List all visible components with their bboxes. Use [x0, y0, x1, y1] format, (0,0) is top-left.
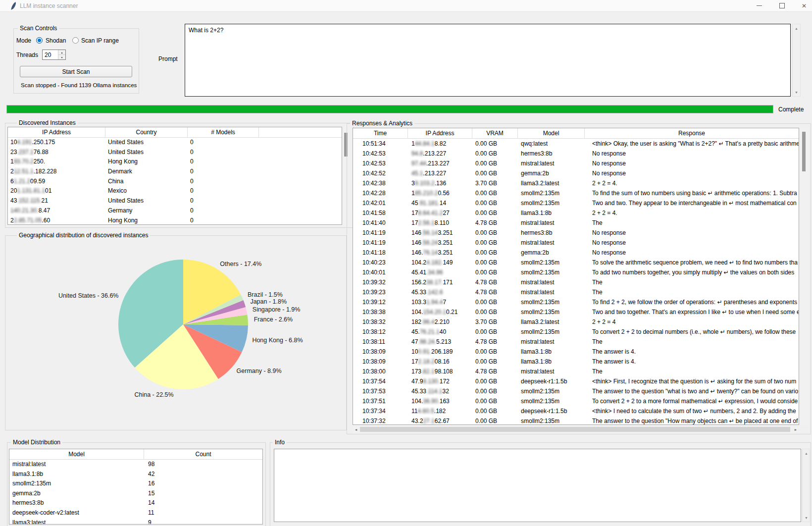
- response-row[interactable]: 10:38:12 45.76.21.140 0.00 GB smollm2:13…: [353, 327, 799, 337]
- minimize-button[interactable]: [752, 0, 766, 11]
- scroll-up-icon[interactable]: ▲: [803, 449, 810, 457]
- discovered-row[interactable]: 23.237.176.88 United States 0: [8, 148, 342, 158]
- prompt-scrollbar[interactable]: ▲ ▼: [792, 24, 801, 97]
- header-time[interactable]: Time: [353, 128, 408, 138]
- model-distribution-row[interactable]: hermes3:8b 14: [9, 498, 262, 508]
- close-button[interactable]: ✕: [797, 0, 812, 11]
- response-row[interactable]: 10:42:01 45.91.181.14 0.00 GB smollm2:13…: [353, 198, 799, 208]
- response-row[interactable]: 10:39:32 156.238.17.171 4.78 GB mistral:…: [353, 277, 799, 287]
- response-row[interactable]: 10:41:58 178.64.41.227 0.00 GB llama3.1:…: [353, 208, 799, 218]
- cell-model: smollm2:135m: [518, 327, 585, 337]
- discovered-row[interactable]: 140.21.30.8.47 Germany 0: [8, 206, 342, 216]
- cell-time: 10:39:32: [353, 277, 408, 287]
- threads-spinbox[interactable]: 20 ▲ ▼: [42, 50, 66, 60]
- discovered-row[interactable]: 43.152.115.21 United States 0: [8, 196, 342, 206]
- response-row[interactable]: 10:39:12 103.31.94.47 0.00 GB smollm2:13…: [353, 297, 799, 307]
- scroll-down-icon[interactable]: ▼: [793, 88, 800, 96]
- scroll-up-icon[interactable]: ▲: [793, 24, 800, 32]
- response-row[interactable]: 10:42:28 185.210.20.56 0.00 GB smollm2:1…: [353, 188, 799, 198]
- response-row[interactable]: 10:38:11 47.98.24.5.213 4.78 GB mistral:…: [353, 337, 799, 347]
- response-row[interactable]: 10:40:01 45.41.34.96 0.00 GB smollm2:135…: [353, 267, 799, 277]
- maximize-icon: [779, 3, 785, 8]
- threads-label: Threads: [16, 52, 38, 58]
- cell-num-models: 0: [188, 196, 259, 206]
- header-ip-address[interactable]: IP Address: [8, 127, 105, 137]
- radio-shodan-label[interactable]: Shodan: [46, 37, 66, 44]
- response-row[interactable]: 10:39:23 45.33.142.6 4.78 GB mistral:lat…: [353, 287, 799, 297]
- discovered-instances-title: Discovered Instances: [17, 119, 78, 126]
- response-row[interactable]: 10:42:53 94.8.213.227 0.00 GB hermes3:8b…: [353, 149, 799, 158]
- radio-scan-ip-range-label[interactable]: Scan IP range: [81, 37, 119, 44]
- responses-table: Time IP Address VRAM Model Response 10:5…: [353, 128, 799, 425]
- response-row[interactable]: 10:41:18 146.76.143.251 0.00 GB gemma:2b…: [353, 248, 799, 258]
- header-model[interactable]: Model: [9, 449, 144, 459]
- model-distribution-row[interactable]: mistral:latest 98: [9, 460, 262, 470]
- response-row[interactable]: 10:38:38 104.154.20.10.21 0.00 GB smollm…: [353, 307, 799, 317]
- discovered-row[interactable]: 22.85.71.05.60 Hong Kong 0: [8, 216, 342, 225]
- header-count[interactable]: Count: [144, 449, 262, 459]
- cell-num-models: 0: [188, 138, 259, 148]
- radio-scan-ip-range[interactable]: [72, 37, 79, 44]
- response-row[interactable]: 10:37:32 43.227.162.67 0.00 GB smollm2:1…: [353, 416, 799, 425]
- cell-ip-address: 182.96.42.210: [408, 317, 472, 327]
- header-num-models[interactable]: # Models: [188, 127, 259, 137]
- cell-ip-address: 185.210.20.56: [408, 188, 472, 198]
- discovered-row[interactable]: 61.21.209.59 China 0: [8, 177, 342, 187]
- scroll-right-icon[interactable]: ►: [792, 426, 799, 433]
- response-row[interactable]: 10:37:51 104.36.90.163 0.00 GB smollm2:1…: [353, 396, 799, 406]
- discovered-row[interactable]: 201.131.81.101 Mexico 0: [8, 186, 342, 196]
- cell-ip-address: 104.191.250.175: [8, 138, 105, 148]
- discovered-table-header: IP Address Country # Models: [8, 127, 342, 138]
- cell-ip-address: 94.8.213.227: [408, 149, 472, 158]
- response-row[interactable]: 10:38:09 100.91.206.189 0.00 GB llama3.1…: [353, 347, 799, 357]
- response-row[interactable]: 10:38:09 172.18.208.16 0.00 GB llama3.1:…: [353, 357, 799, 367]
- radio-shodan[interactable]: [36, 37, 43, 44]
- discovered-row[interactable]: 193.70.2250. Hong Kong 0: [8, 157, 342, 167]
- maximize-button[interactable]: [774, 0, 789, 11]
- response-row[interactable]: 10:38:00 173.82.198.108 4.78 GB mistral:…: [353, 367, 799, 376]
- header-ip-address[interactable]: IP Address: [408, 128, 472, 138]
- model-distribution-row[interactable]: deepseek-coder-v2:latest 11: [9, 508, 262, 518]
- prompt-textarea[interactable]: What is 2+2?: [185, 24, 791, 97]
- response-row[interactable]: 10:37:53 45.33.114.132 0.00 GB smollm2:1…: [353, 386, 799, 396]
- cell-vram: 4.78 GB: [472, 287, 518, 297]
- cell-ip-address: 212.51.1.182.228: [8, 167, 105, 177]
- response-row[interactable]: 10:37:54 47.98.130.172 0.00 GB deepseek-…: [353, 376, 799, 386]
- response-row[interactable]: 10:51:34 144.84.18.82 0.00 GB qwq:latest…: [353, 139, 799, 149]
- header-model[interactable]: Model: [518, 128, 585, 138]
- cell-response: The answer to the question "How many obj…: [585, 416, 799, 425]
- model-distribution-row[interactable]: gemma:2b 15: [9, 489, 262, 499]
- model-distribution-row[interactable]: smollm2:135m 16: [9, 479, 262, 489]
- cell-vram: 0.00 GB: [472, 198, 518, 208]
- responses-vertical-scrollbar[interactable]: [800, 128, 808, 425]
- response-row[interactable]: 10:41:19 146.56.143.251 0.00 GB hermes3:…: [353, 228, 799, 238]
- response-row[interactable]: 10:42:53 97.44.213.227 0.00 GB mistral:l…: [353, 158, 799, 168]
- cell-time: 10:41:40: [353, 218, 408, 228]
- cell-ip-address: 45.76.21.140: [408, 327, 472, 337]
- spin-down-button[interactable]: ▼: [58, 55, 65, 59]
- start-scan-button[interactable]: Start Scan: [20, 66, 132, 77]
- response-row[interactable]: 10:42:52 45.1.213.227 0.00 GB gemma:2b N…: [353, 168, 799, 178]
- response-row[interactable]: 10:37:34 114.60.5.182 0.00 GB deepseek-r…: [353, 406, 799, 416]
- scroll-left-icon[interactable]: ◄: [353, 426, 359, 433]
- model-distribution-row[interactable]: llama3:latest 9: [9, 518, 262, 525]
- response-row[interactable]: 10:42:38 39.103.2.136 3.70 GB llama3.2:l…: [353, 178, 799, 188]
- header-country[interactable]: Country: [105, 127, 188, 137]
- response-row[interactable]: 10:41:19 146.56.243.251 0.00 GB mistral:…: [353, 238, 799, 248]
- scrollbar-thumb[interactable]: [802, 132, 806, 171]
- info-scrollbar[interactable]: ▲ ▼: [802, 449, 810, 522]
- response-row[interactable]: 10:40:23 104.24.182.149 0.00 GB smollm2:…: [353, 258, 799, 267]
- scrollbar-thumb[interactable]: [360, 427, 790, 432]
- info-textarea[interactable]: [274, 449, 801, 522]
- scroll-down-icon[interactable]: ▼: [803, 514, 810, 522]
- response-row[interactable]: 10:41:40 172.56.18.110 4.78 GB mistral:l…: [353, 218, 799, 228]
- response-row[interactable]: 10:38:32 182.96.42.210 3.70 GB llama3.2:…: [353, 317, 799, 327]
- discovered-row[interactable]: 104.191.250.175 United States 0: [8, 138, 342, 148]
- responses-horizontal-scrollbar[interactable]: ◄ ►: [353, 426, 799, 433]
- discovered-row[interactable]: 212.51.1.182.228 Denmark 0: [8, 167, 342, 177]
- header-vram[interactable]: VRAM: [472, 128, 518, 138]
- spin-up-button[interactable]: ▲: [58, 50, 65, 55]
- model-distribution-row[interactable]: llama3.1:8b 42: [9, 470, 262, 479]
- cell-vram: 0.00 GB: [472, 188, 518, 198]
- header-response[interactable]: Response: [585, 128, 799, 138]
